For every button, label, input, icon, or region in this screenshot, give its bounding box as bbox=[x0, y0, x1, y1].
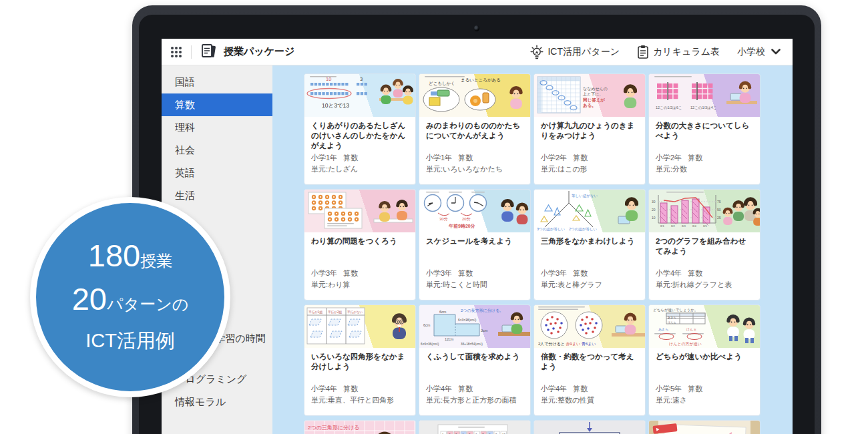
lesson-card-7[interactable]: 等しい辺がない 3つの辺が等しい2つの辺が等しい 三角形をなかまわけしよう 小学… bbox=[533, 189, 646, 300]
lesson-card-unit-label: 単元: bbox=[426, 280, 443, 288]
lesson-card-8[interactable]: 30 75 20 50 10 25 8/1 8/2 8/3 8/4 8/5 2つ… bbox=[648, 189, 761, 300]
lesson-card-12[interactable]: どちらが速いでしょうか。 あきらけんと あきらけんと けんとの方が速い どちらが… bbox=[648, 304, 761, 416]
lesson-card-title: 2つのグラフを組み合わせてみよう bbox=[656, 236, 753, 256]
lesson-card-meta: 小学3年算数 単元:表と棒グラフ bbox=[541, 268, 638, 300]
lesson-card-subject: 算数 bbox=[573, 385, 588, 393]
sidebar-item-8[interactable]: 情報モラル bbox=[162, 391, 272, 413]
lesson-card-unit: 速さ bbox=[672, 396, 687, 404]
illustration-area: 2つの長方形に分ける。 6cm 6cm 3cm 12cm 6×3=18(cm²)… bbox=[419, 305, 530, 348]
svg-text:午前9時20分: 午前9時20分 bbox=[448, 224, 475, 229]
svg-text:3cm: 3cm bbox=[481, 329, 488, 333]
svg-text:2つの長方形に分ける。: 2つの長方形に分ける。 bbox=[461, 308, 503, 313]
lesson-card-meta: 小学3年算数 単元:時こくと時間 bbox=[426, 268, 523, 300]
illustration-p-flow: かけられる数が○○になるよ bbox=[534, 421, 645, 434]
illustration-quads: 平行が1組 平行が2組 平行がない bbox=[304, 305, 415, 348]
svg-text:2人で分けると 赤9まい 青6まい: 2人で分けると 赤9まい 青6まい bbox=[538, 342, 596, 347]
sidebar-item-5[interactable]: 生活 bbox=[162, 184, 272, 207]
lesson-card-title: わり算の問題をつくろう bbox=[311, 236, 409, 246]
lesson-card-unit-label: 単元: bbox=[311, 280, 328, 288]
lesson-card-title: 分数の大きさについてしらべよう bbox=[656, 121, 753, 141]
lesson-card-subject: 算数 bbox=[458, 154, 473, 162]
lesson-card-partial-2[interactable]: 1 2 3 4 5 6 7 8 9 10 11 12 13 14 15 16 1… bbox=[419, 420, 531, 434]
svg-text:ある。: ある。 bbox=[583, 103, 596, 108]
lesson-card-grade: 小学3年 bbox=[426, 269, 452, 277]
svg-text:同じ答えが: 同じ答えが bbox=[583, 97, 605, 103]
lesson-card-unit-label: 単元: bbox=[541, 396, 558, 404]
app-grid-icon[interactable] bbox=[170, 45, 183, 59]
lesson-card-2[interactable]: どこもしかく まるいところがある みのまわりのもののかたちについてかんがえよう … bbox=[419, 73, 531, 185]
svg-text:8/5: 8/5 bbox=[703, 224, 707, 228]
svg-text:けんと: けんと bbox=[668, 320, 676, 324]
lesson-card-4[interactable]: 12この1/2は6こ12この1/3は4こ 分数の大きさについてしらべよう 小学2… bbox=[648, 73, 761, 185]
svg-text:75: 75 bbox=[717, 200, 721, 204]
svg-text:6×3=18(cm²): 6×3=18(cm²) bbox=[458, 318, 477, 322]
school-selector[interactable]: 小学校 bbox=[737, 46, 781, 58]
illustration-blocks: 103 10と3で13 bbox=[304, 74, 415, 117]
badge-lessons-unit: 授業 bbox=[140, 252, 172, 270]
lesson-card-grade: 小学1年 bbox=[426, 154, 452, 162]
illustration-graph: 30 75 20 50 10 25 8/1 8/2 8/3 8/4 8/5 bbox=[649, 190, 760, 232]
lesson-card-unit: わり算 bbox=[328, 280, 351, 288]
svg-text:どちらが速いでしょうか。: どちらが速いでしょうか。 bbox=[653, 308, 698, 312]
svg-text:20分: 20分 bbox=[462, 217, 471, 221]
lesson-card-9[interactable]: 平行が1組 平行が2組 平行がない いろいろな四角形をなかま分けしよう 小学4年… bbox=[304, 304, 416, 416]
sidebar-item-4[interactable]: 英語 bbox=[162, 162, 272, 184]
topbar: 授業パッケージ ICT活用パターン bbox=[162, 39, 793, 65]
lesson-card-subject: 算数 bbox=[688, 385, 702, 393]
lesson-card-grade: 小学4年 bbox=[656, 269, 682, 277]
lesson-card-subject: 算数 bbox=[458, 269, 473, 277]
lesson-card-subject: 算数 bbox=[573, 269, 588, 277]
sidebar-item-0[interactable]: 国語 bbox=[162, 71, 272, 93]
lesson-card-unit-label: 単元: bbox=[656, 280, 672, 288]
svg-text:8/2: 8/2 bbox=[671, 224, 675, 228]
lesson-card-unit: 時こくと時間 bbox=[443, 280, 487, 288]
nav-curriculum[interactable]: カリキュラム表 bbox=[637, 45, 720, 59]
lesson-card-5[interactable]: わり算の問題をつくろう 小学3年算数 単元:わり算 bbox=[304, 189, 416, 300]
lesson-card-partial-4[interactable] bbox=[648, 420, 761, 434]
sidebar-item-3[interactable]: 社会 bbox=[162, 139, 272, 162]
lesson-card-11[interactable]: 2人で分けると 赤9まい 青6まい 倍数・約数をつかって考えよう 小学4年算数 … bbox=[533, 304, 646, 416]
lesson-card-unit-label: 単元: bbox=[541, 165, 558, 173]
lesson-card-meta: 小学3年算数 単元:わり算 bbox=[311, 268, 409, 300]
lesson-card-10[interactable]: 2つの長方形に分ける。 6cm 6cm 3cm 12cm 6×3=18(cm²)… bbox=[419, 304, 531, 416]
svg-text:8/4: 8/4 bbox=[692, 224, 696, 228]
lesson-card-partial-1[interactable]: 2つの三角形に分ける bbox=[304, 420, 416, 434]
svg-text:8/3: 8/3 bbox=[682, 224, 686, 228]
school-selector-value: 小学校 bbox=[737, 46, 765, 58]
badge-line-2: 20パターンの bbox=[72, 281, 189, 324]
svg-text:10: 10 bbox=[652, 216, 656, 220]
lesson-card-unit: 折れ線グラフと表 bbox=[672, 280, 732, 288]
page: 授業パッケージ ICT活用パターン bbox=[0, 0, 868, 434]
lesson-card-partial-3[interactable]: かけられる数が○○になるよ bbox=[533, 420, 646, 434]
lesson-card-unit-label: 単元: bbox=[426, 396, 443, 404]
lesson-card-meta: 小学4年算数 単元:長方形と正方形の面積 bbox=[426, 383, 523, 415]
lesson-card-unit-label: 単元: bbox=[311, 396, 328, 404]
promo-badge: 180授業 20パターンの ICT活用例 bbox=[30, 197, 230, 397]
nav-ict-pattern[interactable]: ICT活用パターン bbox=[530, 45, 620, 59]
lesson-card-subject: 算数 bbox=[573, 154, 588, 162]
lesson-card-title: くふうして面積を求めよう bbox=[426, 352, 523, 362]
svg-text:平行が1組: 平行が1組 bbox=[308, 310, 322, 314]
lesson-card-6[interactable]: 30分20分 午前9時20分 スケジュールを考えよう 小学3年算数 単元:時こく… bbox=[419, 189, 531, 300]
svg-text:どこもしかく: どこもしかく bbox=[429, 81, 455, 86]
lesson-card-unit: 垂直、平行と四角形 bbox=[328, 396, 394, 404]
illustration-p-calendar: 1 2 3 4 5 6 7 8 9 10 11 12 13 14 15 16 1… bbox=[419, 421, 530, 434]
lesson-card-meta: 小学4年算数 単元:垂直、平行と四角形 bbox=[311, 383, 409, 415]
lesson-card-1[interactable]: 103 10と3で13 くりあがりのあるたしざんのけいさんのしかたをかんがえよう… bbox=[304, 73, 416, 185]
sidebar-item-1[interactable]: 算数 bbox=[162, 93, 272, 116]
lesson-card-title: どちらが速いか比べよう bbox=[656, 352, 753, 362]
app-screen: 授業パッケージ ICT活用パターン bbox=[162, 39, 793, 434]
lesson-card-grade: 小学3年 bbox=[311, 269, 337, 277]
svg-text:10と3で13: 10と3で13 bbox=[322, 102, 349, 109]
lesson-card-3[interactable]: ななめせんの上と下に、 同じ答えがある。 かけ算九九のひょうのきまりをみつけよう… bbox=[533, 73, 646, 185]
badge-line-3: ICT活用例 bbox=[85, 324, 175, 357]
svg-text:まるいところがある: まるいところがある bbox=[461, 77, 501, 83]
lesson-card-meta: 小学4年算数 単元:整数の性質 bbox=[541, 383, 638, 415]
svg-text:6cm: 6cm bbox=[439, 310, 447, 314]
lightbulb-icon bbox=[530, 45, 544, 59]
lesson-card-unit: たしざん bbox=[328, 165, 358, 173]
svg-text:30: 30 bbox=[652, 200, 656, 204]
lesson-card-unit-label: 単元: bbox=[426, 165, 443, 173]
sidebar-item-2[interactable]: 理科 bbox=[162, 116, 272, 139]
content-area: 103 10と3で13 くりあがりのあるたしざんのけいさんのしかたをかんがえよう… bbox=[272, 65, 793, 434]
